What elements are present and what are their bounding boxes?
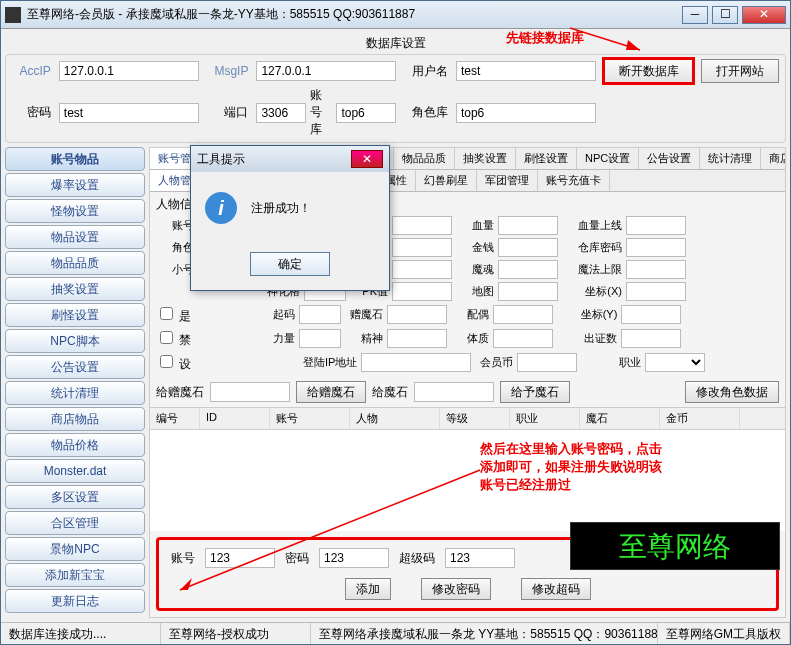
sidebar-item-1[interactable]: 爆率设置	[5, 173, 145, 197]
grid-col-4[interactable]: 等级	[440, 408, 510, 429]
grid-col-2[interactable]: 账号	[270, 408, 350, 429]
info-icon: i	[205, 192, 237, 224]
disconnect-db-button[interactable]: 断开数据库	[604, 59, 694, 83]
fld-coordx[interactable]	[626, 282, 686, 301]
lbl-coordx: 坐标(X)	[562, 284, 622, 299]
grid-col-0[interactable]: 编号	[150, 408, 200, 429]
lbl-spouse: 配偶	[451, 307, 489, 322]
fld-storepwd[interactable]	[626, 238, 686, 257]
accip-input[interactable]	[59, 61, 199, 81]
fld-mpmax[interactable]	[626, 260, 686, 279]
sidebar-item-14[interactable]: 合区管理	[5, 511, 145, 535]
sidebar-item-8[interactable]: 公告设置	[5, 355, 145, 379]
reg-acc-input[interactable]	[205, 548, 275, 568]
maximize-button[interactable]: ☐	[712, 6, 738, 24]
sidebar-item-11[interactable]: 物品价格	[5, 433, 145, 457]
sidebar-item-4[interactable]: 物品品质	[5, 251, 145, 275]
port-input[interactable]	[256, 103, 306, 123]
lbl-gold: 金钱	[456, 240, 494, 255]
fld-map[interactable]	[498, 282, 558, 301]
give-row: 给赠魔石 给赠魔石 给魔石 给予魔石 修改角色数据	[150, 377, 785, 407]
check-c[interactable]: 设	[156, 352, 191, 373]
grid-col-5[interactable]: 职业	[510, 408, 580, 429]
fld-member[interactable]	[517, 353, 577, 372]
give-ms2-input[interactable]	[414, 382, 494, 402]
add-button[interactable]: 添加	[345, 578, 391, 600]
status-a: 数据库连接成功....	[1, 623, 161, 644]
main-window: 至尊网络-会员版 - 承接魔域私服一条龙-YY基地：585515 QQ:9036…	[0, 0, 791, 645]
give-ms-input[interactable]	[210, 382, 290, 402]
modify-pwd-button[interactable]: 修改密码	[421, 578, 491, 600]
grid-col-3[interactable]: 人物	[350, 408, 440, 429]
pwd-input[interactable]	[59, 103, 199, 123]
fld-job[interactable]	[645, 353, 705, 372]
sidebar-item-17[interactable]: 更新日志	[5, 589, 145, 613]
fld-coordy[interactable]	[621, 305, 681, 324]
top-tab-10[interactable]: 商店物	[761, 148, 785, 169]
fld-hp[interactable]	[498, 216, 558, 235]
fld-ms[interactable]	[392, 216, 452, 235]
status-c: 至尊网络承接魔域私服一条龙 YY基地：585515 QQ：90361188	[311, 623, 658, 644]
fld-gold[interactable]	[498, 238, 558, 257]
port-label: 端口	[207, 104, 249, 121]
user-input[interactable]	[456, 61, 596, 81]
lbl-role: 角色	[156, 240, 194, 255]
sidebar-item-15[interactable]: 景物NPC	[5, 537, 145, 561]
fld-givems[interactable]	[387, 305, 447, 324]
check-a[interactable]: 是	[156, 304, 191, 325]
sidebar-item-12[interactable]: Monster.dat	[5, 459, 145, 483]
give-ms2-button[interactable]: 给予魔石	[500, 381, 570, 403]
dialog-ok-button[interactable]: 确定	[250, 252, 330, 276]
grid-col-7[interactable]: 金币	[660, 408, 740, 429]
sidebar-item-0[interactable]: 账号物品	[5, 147, 145, 171]
sidebar-item-6[interactable]: 刷怪设置	[5, 303, 145, 327]
fld-spirit[interactable]	[387, 329, 447, 348]
give-ms-label: 给赠魔石	[156, 384, 204, 401]
dialog-close-button[interactable]: ✕	[351, 150, 383, 168]
open-site-button[interactable]: 打开网站	[701, 59, 779, 83]
sidebar-item-3[interactable]: 物品设置	[5, 225, 145, 249]
top-tab-7[interactable]: NPC设置	[577, 148, 639, 169]
sidebar-item-5[interactable]: 抽奖设置	[5, 277, 145, 301]
sidebar-item-10[interactable]: 商店物品	[5, 407, 145, 431]
top-tab-4[interactable]: 物品品质	[394, 148, 455, 169]
grid-body[interactable]: 然后在这里输入账号密码，点击添加即可，如果注册失败说明该账号已经注册过	[150, 430, 785, 531]
sidebar-item-13[interactable]: 多区设置	[5, 485, 145, 509]
fld-pk[interactable]	[392, 282, 452, 301]
give-ms-button[interactable]: 给赠魔石	[296, 381, 366, 403]
fld-body[interactable]	[493, 329, 553, 348]
minimize-button[interactable]: ─	[682, 6, 708, 24]
sidebar-item-16[interactable]: 添加新宝宝	[5, 563, 145, 587]
fld-spouse[interactable]	[493, 305, 553, 324]
close-button[interactable]: ✕	[742, 6, 786, 24]
acclib-input[interactable]	[336, 103, 396, 123]
sidebar-item-2[interactable]: 怪物设置	[5, 199, 145, 223]
fld-start[interactable]	[299, 305, 341, 324]
sidebar-item-7[interactable]: NPC脚本	[5, 329, 145, 353]
reg-pwd-input[interactable]	[319, 548, 389, 568]
db-settings-group: AccIP MsgIP 用户名 断开数据库 打开网站 密码 端口 账号库 角色库	[5, 54, 786, 143]
fld-cert[interactable]	[621, 329, 681, 348]
sub-tab-4[interactable]: 幻兽刷星	[416, 170, 477, 191]
check-b[interactable]: 禁	[156, 328, 191, 349]
top-tab-9[interactable]: 统计清理	[700, 148, 761, 169]
msgip-input[interactable]	[256, 61, 396, 81]
sub-tab-6[interactable]: 账号充值卡	[538, 170, 610, 191]
grid-col-1[interactable]: ID	[200, 408, 270, 429]
fld-loginip[interactable]	[361, 353, 471, 372]
fld-mgold[interactable]	[498, 260, 558, 279]
top-tab-8[interactable]: 公告设置	[639, 148, 700, 169]
sub-tab-5[interactable]: 军团管理	[477, 170, 538, 191]
fld-hpmax[interactable]	[626, 216, 686, 235]
fld-dodge[interactable]	[392, 260, 452, 279]
reg-super-input[interactable]	[445, 548, 515, 568]
top-tab-6[interactable]: 刷怪设置	[516, 148, 577, 169]
rolelib-input[interactable]	[456, 103, 596, 123]
sidebar-item-9[interactable]: 统计清理	[5, 381, 145, 405]
grid-col-6[interactable]: 魔石	[580, 408, 660, 429]
fld-mp[interactable]	[392, 238, 452, 257]
modify-role-button[interactable]: 修改角色数据	[685, 381, 779, 403]
modify-super-button[interactable]: 修改超码	[521, 578, 591, 600]
fld-power[interactable]	[299, 329, 341, 348]
top-tab-5[interactable]: 抽奖设置	[455, 148, 516, 169]
